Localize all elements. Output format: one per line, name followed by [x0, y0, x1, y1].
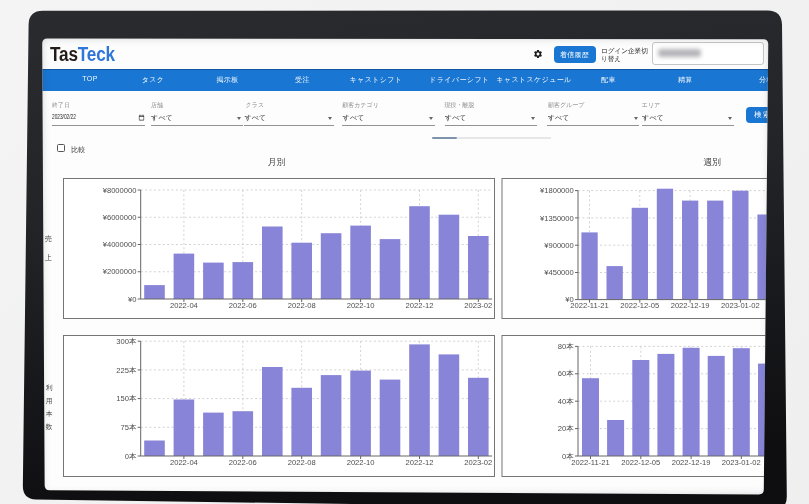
svg-text:225本: 225本: [116, 366, 137, 375]
svg-text:40本: 40本: [558, 397, 574, 406]
svg-text:¥4000000: ¥4000000: [103, 240, 137, 249]
svg-text:20本: 20本: [558, 424, 574, 433]
svg-text:2023-02: 2023-02: [464, 301, 492, 310]
svg-text:2022-12-05: 2022-12-05: [621, 458, 660, 467]
svg-text:2022-08: 2022-08: [288, 301, 316, 310]
svg-text:2022-12-05: 2022-12-05: [620, 301, 659, 310]
svg-text:75本: 75本: [120, 423, 136, 432]
svg-text:60本: 60本: [558, 369, 574, 378]
svg-text:2023-02: 2023-02: [464, 458, 492, 467]
svg-text:¥1350000: ¥1350000: [540, 214, 574, 223]
svg-text:¥0: ¥0: [128, 295, 136, 304]
svg-text:2022-08: 2022-08: [288, 458, 316, 467]
svg-text:¥2000000: ¥2000000: [103, 267, 137, 276]
svg-text:2022-10: 2022-10: [347, 301, 375, 310]
svg-text:300本: 300本: [116, 337, 137, 346]
svg-text:2022-10: 2022-10: [347, 458, 375, 467]
svg-text:2023-01-02: 2023-01-02: [722, 458, 761, 467]
svg-text:2022-06: 2022-06: [229, 458, 257, 467]
svg-text:¥6000000: ¥6000000: [103, 213, 137, 222]
svg-text:150本: 150本: [116, 394, 137, 403]
svg-text:80本: 80本: [558, 342, 574, 351]
svg-text:2022-04: 2022-04: [170, 458, 198, 467]
svg-text:2022-11-21: 2022-11-21: [570, 301, 608, 310]
svg-text:2022-11-21: 2022-11-21: [571, 458, 609, 467]
svg-text:2023-01-02: 2023-01-02: [721, 301, 760, 310]
svg-text:0本: 0本: [125, 452, 137, 461]
svg-text:¥900000: ¥900000: [544, 241, 574, 250]
svg-text:2022-06: 2022-06: [229, 301, 257, 310]
svg-text:2022-04: 2022-04: [170, 301, 198, 310]
svg-text:¥450000: ¥450000: [544, 268, 574, 277]
svg-text:2022-12: 2022-12: [406, 301, 434, 310]
svg-text:¥1800000: ¥1800000: [540, 186, 574, 195]
svg-text:¥8000000: ¥8000000: [103, 186, 137, 195]
svg-text:2022-12-19: 2022-12-19: [671, 301, 710, 310]
svg-text:2022-12-19: 2022-12-19: [672, 458, 711, 467]
svg-text:2022-12: 2022-12: [406, 458, 434, 467]
